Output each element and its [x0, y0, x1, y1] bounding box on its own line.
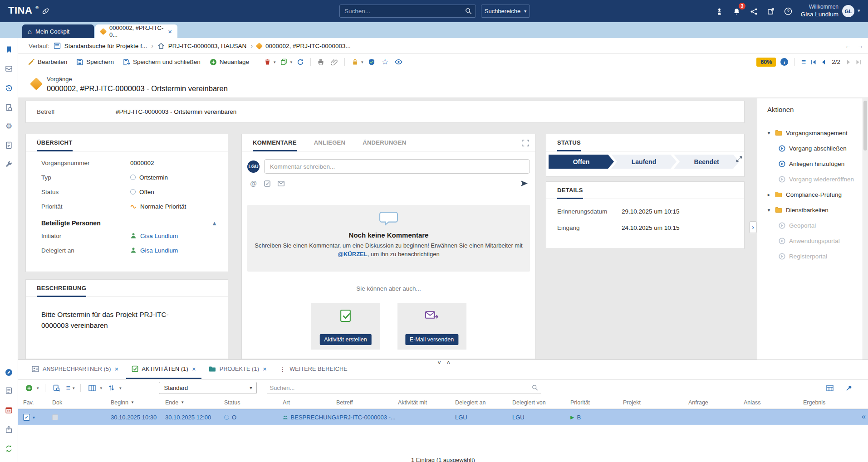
- tab-projekte[interactable]: PROJEKTE (1) ×: [203, 360, 272, 379]
- mention-at-icon[interactable]: @: [250, 180, 257, 187]
- scrollbar-thumb[interactable]: [863, 101, 867, 151]
- user-menu[interactable]: Willkommen Gisa Lundlum: [793, 3, 839, 19]
- create-activity-tile[interactable]: Aktivität erstellen: [311, 303, 380, 350]
- column-delegiert-von[interactable]: Delegiert von: [512, 399, 570, 406]
- send-comment-icon[interactable]: [520, 180, 528, 187]
- lock-button[interactable]: [349, 57, 360, 68]
- column-prioritaet[interactable]: Priorität: [570, 399, 623, 406]
- status-step-offen[interactable]: Offen: [549, 155, 614, 169]
- expander-icon[interactable]: ▸: [766, 192, 771, 198]
- table-row[interactable]: ✓ ▾ 30.10.2025 10:30 30.10.2025 12:00 O …: [18, 409, 868, 425]
- column-delegiert-an[interactable]: Delegiert an: [455, 399, 512, 406]
- close-icon[interactable]: ×: [168, 28, 172, 35]
- status-step-laufend[interactable]: Laufend: [611, 155, 677, 169]
- notifications-bell-icon[interactable]: 3: [731, 5, 742, 17]
- previous-page-button[interactable]: [821, 59, 826, 65]
- search-icon[interactable]: [532, 384, 538, 391]
- external-link-icon[interactable]: [765, 5, 777, 17]
- tab-weitere-bereiche[interactable]: ⋮ WEITERE BEREICHE: [274, 360, 353, 379]
- close-icon[interactable]: ×: [115, 365, 119, 373]
- list-search-icon[interactable]: [51, 383, 62, 393]
- inbox-icon[interactable]: [0, 60, 18, 77]
- watch-eye-icon[interactable]: [393, 57, 404, 68]
- tree-action-anliegen-hinzufuegen[interactable]: Anliegen hinzufügen: [757, 156, 863, 171]
- expander-icon[interactable]: ▾: [766, 130, 771, 136]
- breadcrumb-item-search[interactable]: Standardsuche für Projekte f...: [54, 42, 147, 49]
- column-betreff[interactable]: Betreff: [336, 399, 398, 406]
- close-icon[interactable]: ×: [263, 365, 267, 373]
- expand-diagonal-icon[interactable]: [736, 156, 742, 162]
- statue-icon[interactable]: [713, 5, 725, 17]
- help-icon[interactable]: ?: [782, 5, 794, 17]
- search-scope-dropdown[interactable]: Suchbereiche ▾: [481, 5, 530, 18]
- wrench-icon[interactable]: [0, 156, 18, 173]
- column-fav[interactable]: Fav.: [23, 399, 52, 406]
- tree-folder-compliance-pruefung[interactable]: ▸ Compliance-Prüfung: [757, 187, 863, 202]
- user-menu-chevron-icon[interactable]: ▾: [858, 8, 860, 14]
- column-anlass[interactable]: Anlass: [744, 399, 803, 406]
- view-dropdown-chevron-icon[interactable]: ▾: [73, 386, 75, 390]
- row-checkbox[interactable]: ✓: [23, 414, 30, 421]
- favorite-star-icon[interactable]: ☆: [380, 57, 391, 68]
- copy-dropdown-chevron-icon[interactable]: ▾: [290, 60, 293, 64]
- column-projekt[interactable]: Projekt: [623, 399, 688, 406]
- collapse-columns-icon[interactable]: «: [862, 413, 866, 421]
- task-icon[interactable]: [264, 180, 270, 187]
- expander-icon[interactable]: ▾: [766, 207, 771, 213]
- table-settings-icon[interactable]: [824, 383, 835, 393]
- close-icon[interactable]: ×: [192, 365, 196, 373]
- history-back-icon[interactable]: ←: [845, 42, 851, 49]
- column-ergebnis[interactable]: Ergebnis: [803, 399, 868, 406]
- next-page-button[interactable]: [846, 59, 851, 65]
- edit-button[interactable]: Bearbeiten: [25, 57, 70, 68]
- calendar-icon[interactable]: [0, 401, 18, 418]
- document-icon[interactable]: [0, 136, 18, 154]
- new-record-button[interactable]: Neuanlage: [206, 57, 252, 68]
- pin-icon[interactable]: [843, 383, 854, 393]
- attachment-button[interactable]: [329, 57, 340, 68]
- tab-mein-cockpit[interactable]: ⌂ Mein Cockpit: [22, 24, 94, 38]
- history-forward-icon[interactable]: →: [857, 42, 863, 49]
- mail-icon[interactable]: [278, 181, 284, 186]
- menu-icon[interactable]: ≡: [801, 58, 806, 67]
- avatar[interactable]: GL: [842, 5, 854, 17]
- document-search-icon[interactable]: [0, 99, 18, 116]
- bookmark-icon[interactable]: [0, 41, 18, 58]
- collapse-up-icon[interactable]: ˄: [446, 359, 450, 366]
- row-menu-chevron-icon[interactable]: ▾: [33, 415, 35, 420]
- tree-folder-dienstbarkeiten[interactable]: ▾ Dienstbarkeiten: [757, 202, 863, 218]
- column-beginn[interactable]: Beginn▼: [111, 399, 165, 406]
- columns-dropdown-chevron-icon[interactable]: ▾: [100, 386, 102, 390]
- delete-dropdown-chevron-icon[interactable]: ▾: [274, 60, 276, 64]
- breadcrumb-item-vorgang[interactable]: 0000002, #PRJ-ITC-0000003...: [257, 43, 351, 49]
- send-email-button[interactable]: E-Mail versenden: [405, 334, 458, 345]
- view-selector[interactable]: Standard ▾: [159, 382, 257, 394]
- add-activity-button[interactable]: [24, 383, 34, 393]
- status-step-beendet[interactable]: Beendet: [674, 155, 739, 169]
- tab-kommentare[interactable]: KOMMENTARE: [253, 139, 297, 151]
- column-ende[interactable]: Ende▼: [165, 399, 224, 406]
- delegiert-an-link[interactable]: Gisa Lundlum: [140, 247, 178, 254]
- collapse-down-icon[interactable]: ˅: [437, 359, 441, 366]
- tab-anliegen[interactable]: ANLIEGEN: [314, 139, 346, 151]
- tree-folder-vorgangsmanagement[interactable]: ▾ Vorgangsmanagement: [757, 125, 863, 141]
- history-icon[interactable]: [0, 79, 18, 97]
- collapse-section-chevron-icon[interactable]: ▴: [213, 219, 216, 227]
- gear-icon[interactable]: ⚙: [0, 117, 18, 135]
- first-page-button[interactable]: [810, 59, 816, 65]
- actions-panel-toggle[interactable]: ›: [749, 221, 757, 233]
- column-aktivitaet-mit[interactable]: Aktivität mit: [398, 399, 455, 406]
- view-list-icon[interactable]: ≡: [66, 384, 70, 392]
- tab-record[interactable]: 0000002, #PRJ-ITC-0... ×: [95, 24, 177, 38]
- columns-button[interactable]: [87, 383, 98, 393]
- send-email-tile[interactable]: E-Mail versenden: [397, 303, 466, 350]
- column-dok[interactable]: Dok: [52, 399, 111, 406]
- sort-button[interactable]: [106, 383, 117, 393]
- tab-uebersicht[interactable]: ÜBERSICHT: [37, 139, 73, 151]
- share-icon[interactable]: [748, 5, 760, 17]
- permissions-icon[interactable]: [366, 57, 377, 68]
- print-button[interactable]: [315, 57, 326, 68]
- geoportal-compass-icon[interactable]: [0, 364, 18, 381]
- last-page-button[interactable]: [856, 59, 862, 65]
- sort-dropdown-chevron-icon[interactable]: ▾: [119, 386, 122, 390]
